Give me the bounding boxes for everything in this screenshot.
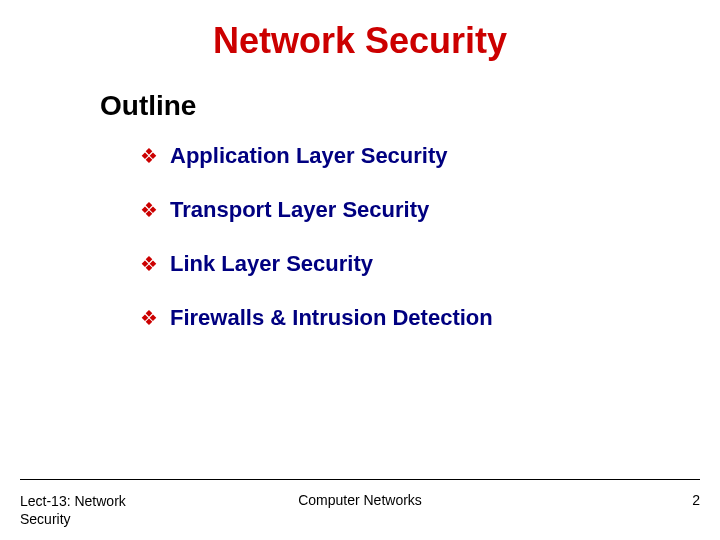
footer-left-line2: Security — [20, 510, 170, 528]
list-item: ❖ Application Layer Security — [140, 142, 720, 170]
footer-left: Lect-13: Network Security — [20, 492, 170, 528]
footer-divider — [20, 479, 700, 480]
list-item: ❖ Firewalls & Intrusion Detection — [140, 304, 720, 332]
list-item: ❖ Link Layer Security — [140, 250, 720, 278]
bullet-label: Link Layer Security — [170, 250, 373, 278]
outline-heading: Outline — [100, 90, 720, 122]
bullet-label: Transport Layer Security — [170, 196, 429, 224]
bullet-label: Application Layer Security — [170, 142, 448, 170]
slide-footer: Lect-13: Network Security Computer Netwo… — [0, 492, 720, 528]
diamond-bullet-icon: ❖ — [140, 304, 158, 332]
bullet-label: Firewalls & Intrusion Detection — [170, 304, 493, 332]
list-item: ❖ Transport Layer Security — [140, 196, 720, 224]
bullet-list: ❖ Application Layer Security ❖ Transport… — [140, 142, 720, 332]
footer-left-line1: Lect-13: Network — [20, 492, 170, 510]
diamond-bullet-icon: ❖ — [140, 196, 158, 224]
footer-center: Computer Networks — [170, 492, 670, 508]
page-number: 2 — [670, 492, 700, 508]
diamond-bullet-icon: ❖ — [140, 142, 158, 170]
slide-title: Network Security — [0, 20, 720, 62]
diamond-bullet-icon: ❖ — [140, 250, 158, 278]
